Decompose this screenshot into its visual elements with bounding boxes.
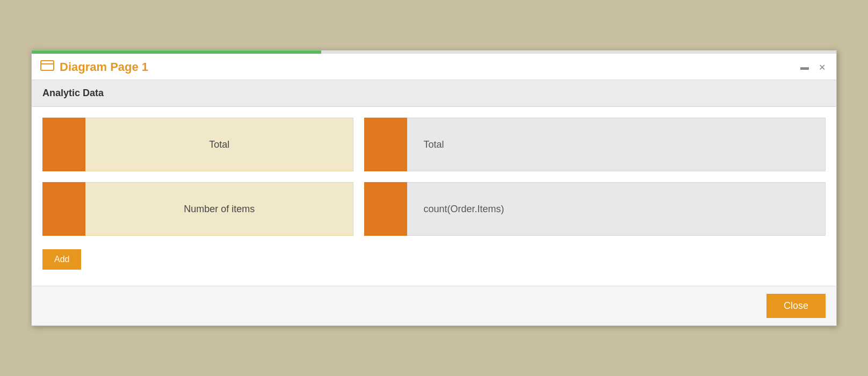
title-left: Diagram Page 1 xyxy=(40,60,148,74)
table-row: Total Total xyxy=(42,118,826,171)
row-value-1: Total xyxy=(407,118,826,171)
add-button[interactable]: Add xyxy=(42,249,81,270)
title-bar: Diagram Page 1 ▬ ✕ xyxy=(32,54,836,80)
close-title-button[interactable]: ✕ xyxy=(816,61,828,74)
row-label-2: Number of items xyxy=(85,182,353,236)
section-title: Analytic Data xyxy=(42,88,104,98)
svg-rect-0 xyxy=(41,61,54,70)
minimize-button[interactable]: ▬ xyxy=(798,61,811,73)
dialog-title: Diagram Page 1 xyxy=(60,60,148,74)
footer: Close xyxy=(32,286,836,326)
row-color-block2-2 xyxy=(364,182,407,236)
row-color-block-2 xyxy=(42,182,85,236)
row-color-block2-1 xyxy=(364,118,407,171)
row-divider-2 xyxy=(353,182,364,236)
dialog: Diagram Page 1 ▬ ✕ Analytic Data Total T… xyxy=(31,50,837,326)
row-label-1: Total xyxy=(85,118,353,171)
content-area: Total Total Number of items count(Order.… xyxy=(32,107,836,286)
title-controls: ▬ ✕ xyxy=(798,61,828,74)
table-row: Number of items count(Order.Items) xyxy=(42,182,826,236)
section-header: Analytic Data xyxy=(32,80,836,107)
row-color-block-1 xyxy=(42,118,85,171)
row-divider-1 xyxy=(353,118,364,171)
diagram-icon xyxy=(40,60,54,74)
row-value-2: count(Order.Items) xyxy=(407,182,826,236)
close-button[interactable]: Close xyxy=(766,294,826,318)
